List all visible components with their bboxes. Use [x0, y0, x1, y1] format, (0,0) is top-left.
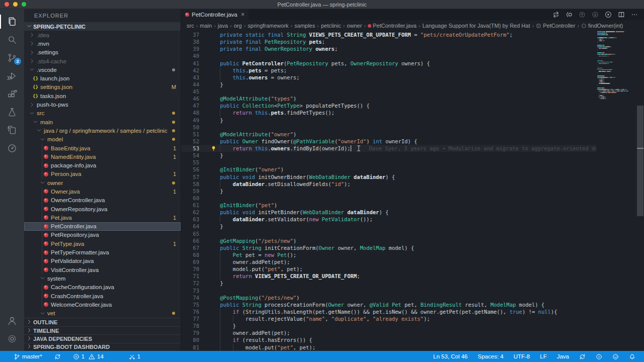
tree-item-ownercontroller-java[interactable]: OwnerController.java — [24, 196, 181, 205]
code-line-41[interactable]: 41 public PetController(PetRepository pe… — [181, 60, 596, 67]
tree-item-settings[interactable]: .settings — [24, 48, 181, 57]
code-line-46[interactable]: 46 @ModelAttribute("types") — [181, 95, 596, 102]
activity-source-control-icon[interactable]: 2 — [0, 49, 24, 67]
previous-change-icon[interactable] — [579, 11, 586, 18]
tree-item-src[interactable]: src — [24, 109, 181, 118]
workspace-section-header[interactable]: SPRING-PETCLINIC — [24, 22, 181, 31]
feedback-smiley-icon[interactable] — [611, 353, 620, 360]
code-line-75[interactable]: 75 public String processCreationForm(Own… — [181, 301, 596, 308]
git-branch-status[interactable]: master* — [12, 353, 44, 360]
more-actions-icon[interactable] — [631, 11, 638, 18]
code-line-52[interactable]: 52 public Owner findOwner(@PathVariable(… — [181, 138, 596, 145]
code-line-70[interactable]: 70 model.put("pet", pet); — [181, 265, 596, 273]
code-line-65[interactable]: 65 — [181, 230, 596, 237]
code-line-51[interactable]: 51 @ModelAttribute("owner") — [181, 131, 596, 138]
breadcrumb-petcontroller-java[interactable]: PetController.java — [367, 23, 417, 29]
tree-item-mvn[interactable]: .mvn — [24, 39, 181, 48]
code-line-44[interactable]: 44 } — [181, 81, 596, 88]
breadcrumb-springframework[interactable]: springframework — [247, 23, 289, 29]
tree-item-package-info-java[interactable]: package-info.java — [24, 161, 181, 169]
code-line-77[interactable]: 77 result.rejectValue("name", "duplicate… — [181, 315, 596, 322]
code-line-38[interactable]: 38 private final PetRepository pets; — [181, 38, 596, 45]
activity-explorer-icon[interactable] — [0, 13, 24, 31]
code-line-58[interactable]: 58 dataBinder.setDisallowedFields("id"); — [181, 180, 596, 188]
tree-item-tasks-json[interactable]: {}tasks.json — [24, 92, 181, 100]
split-editor-icon[interactable] — [618, 11, 625, 18]
tree-item-cacheconfiguration-java[interactable]: CacheConfiguration.java — [24, 283, 181, 292]
toggle-blame-icon[interactable] — [566, 11, 573, 18]
code-line-55[interactable]: 55 — [181, 159, 596, 166]
code-line-79[interactable]: 79 owner.addPet(pet); — [181, 329, 596, 336]
encoding-status[interactable]: UTF-8 — [512, 353, 532, 359]
tree-item-pettypeformatter-java[interactable]: PetTypeFormatter.java — [24, 248, 181, 256]
code-line-57[interactable]: 57 public void initOwnerBinder(WebDataBi… — [181, 173, 596, 180]
language-mode-status[interactable]: Java — [555, 353, 571, 359]
scrollbar-thumb[interactable] — [637, 106, 643, 216]
notifications-bell-icon[interactable] — [627, 353, 637, 360]
breadcrumb-samples[interactable]: samples — [294, 23, 315, 29]
code-editor[interactable]: 37 private static final String VIEWS_PET… — [181, 31, 644, 351]
code-line-48[interactable]: 48 return this.pets.findPetTypes(); — [181, 109, 596, 116]
code-line-80[interactable]: 80 if (result.hasErrors()) { — [181, 336, 596, 343]
tree-item-vet[interactable]: vet — [24, 309, 181, 318]
sidebar-panel-spring-boot-dashboard[interactable]: SPRING-BOOT DASHBOARD — [24, 343, 181, 351]
sidebar-panel-timeline[interactable]: TIMELINE — [24, 326, 181, 334]
tools-status[interactable]: 1 — [127, 353, 142, 360]
activity-spring-boot-dashboard-icon[interactable] — [0, 139, 24, 157]
tree-item-idea[interactable]: .idea — [24, 31, 181, 39]
tree-item-owner-java[interactable]: Owner.java1 — [24, 187, 181, 196]
code-line-54[interactable]: 54 } — [181, 152, 596, 159]
sync-changes-button[interactable] — [53, 353, 62, 360]
tree-item-namedentity-java[interactable]: NamedEntity.java1 — [24, 152, 181, 161]
code-line-37[interactable]: 37 private static final String VIEWS_PET… — [181, 31, 596, 38]
activity-java-projects-icon[interactable] — [0, 121, 24, 139]
sidebar-panel-outline[interactable]: OUTLINE — [24, 318, 181, 326]
tree-item-baseentity-java[interactable]: BaseEntity.java1 — [24, 144, 181, 152]
code-line-56[interactable]: 56 @InitBinder("owner") — [181, 166, 596, 173]
code-line-68[interactable]: 68 Pet pet = new Pet(); — [181, 251, 596, 258]
code-line-73[interactable]: 73 — [181, 287, 596, 294]
code-line-74[interactable]: 74 @PostMapping("/pets/new") — [181, 294, 596, 301]
tree-item-push-to-pws[interactable]: push-to-pws — [24, 100, 181, 109]
code-line-78[interactable]: 78 } — [181, 322, 596, 329]
code-line-49[interactable]: 49 } — [181, 117, 596, 124]
run-java-icon[interactable] — [605, 11, 612, 18]
info-icon[interactable] — [594, 353, 604, 360]
close-tab-icon[interactable]: × — [241, 12, 245, 18]
code-line-40[interactable]: 40 — [181, 52, 596, 59]
tree-item-petcontroller-java[interactable]: PetController.java — [24, 222, 181, 231]
breadcrumb-java[interactable]: java — [217, 23, 228, 29]
language-status-refresh-icon[interactable] — [578, 353, 587, 360]
code-line-45[interactable]: 45 — [181, 88, 596, 95]
code-line-67[interactable]: 67 public String initCreationForm(Owner … — [181, 244, 596, 251]
tree-item-launch-json[interactable]: {}launch.json — [24, 74, 181, 82]
activity-manage-icon[interactable] — [0, 330, 24, 348]
eol-status[interactable]: LF — [538, 353, 548, 359]
code-line-39[interactable]: 39 private final OwnerRepository owners; — [181, 45, 596, 52]
code-line-76[interactable]: 76 if (StringUtils.hasLength(pet.getName… — [181, 308, 596, 315]
code-line-66[interactable]: 66 @GetMapping("/pets/new") — [181, 237, 596, 244]
code-line-50[interactable]: 50 — [181, 124, 596, 131]
tree-item-ownerrepository-java[interactable]: OwnerRepository.java — [24, 205, 181, 213]
tree-item-settings-json[interactable]: {}settings.jsonM — [24, 83, 181, 92]
next-change-icon[interactable] — [592, 11, 599, 18]
code-line-61[interactable]: 61 @InitBinder("pet") — [181, 202, 596, 209]
code-line-69[interactable]: 69 owner.addPet(pet); — [181, 258, 596, 265]
tree-item-crashcontroller-java[interactable]: CrashController.java — [24, 292, 181, 300]
tree-item-petvalidator-java[interactable]: PetValidator.java — [24, 257, 181, 265]
sidebar-panel-java-dependencies[interactable]: JAVA DEPENDENCIES — [24, 334, 181, 342]
code-line-43[interactable]: 43 this.owners = owners; — [181, 74, 596, 81]
tree-item-system[interactable]: system — [24, 274, 181, 283]
tree-item-vscode[interactable]: .vscode — [24, 65, 181, 74]
tree-item-visitcontroller-java[interactable]: VisitController.java — [24, 265, 181, 274]
breadcrumb-language-support-for-java-tm-by-red-hat[interactable]: Language Support for Java(TM) by Red Hat — [422, 23, 530, 29]
activity-search-icon[interactable] — [0, 31, 24, 49]
activity-testing-icon[interactable] — [0, 103, 24, 121]
code-line-63[interactable]: 63 dataBinder.setValidator(new PetValida… — [181, 216, 596, 223]
tree-item-sts4-cache[interactable]: .sts4-cache — [24, 57, 181, 65]
breadcrumb-org[interactable]: org — [233, 23, 243, 29]
breadcrumb-findowner-int[interactable]: findOwner(int) — [581, 23, 623, 29]
tree-item-java-org-springframework-samples-petclinic[interactable]: java / org / springframework / samples /… — [24, 126, 181, 135]
code-line-81[interactable]: 81 model.put("pet", pet); — [181, 344, 596, 351]
tree-item-person-java[interactable]: Person.java1 — [24, 170, 181, 178]
